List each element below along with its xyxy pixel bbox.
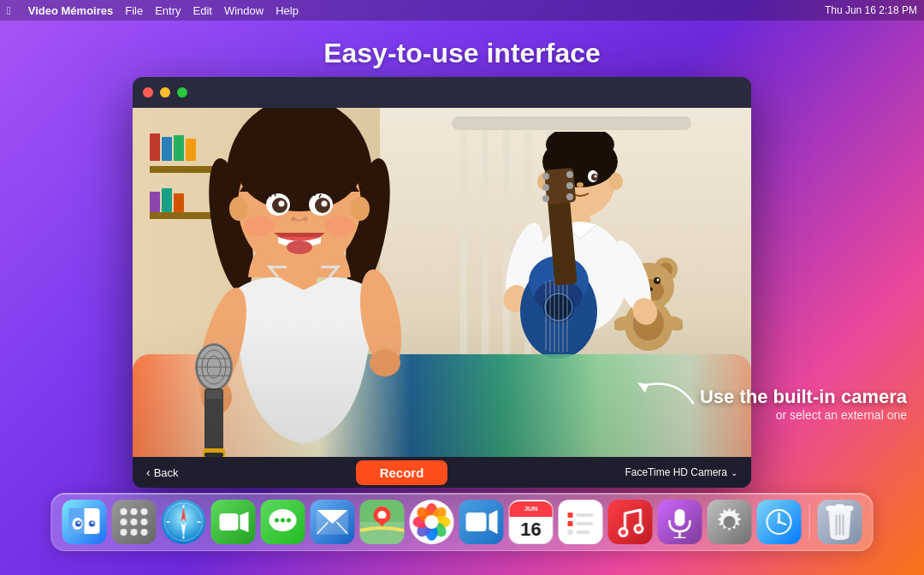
svg-rect-152 <box>577 513 594 517</box>
menubar-right: Thu Jun 16 2:18 PM <box>825 4 917 16</box>
menu-window[interactable]: Window <box>224 4 264 17</box>
svg-point-129 <box>287 519 291 523</box>
menu-edit[interactable]: Edit <box>193 4 212 17</box>
dock: JUN 16 <box>51 493 874 551</box>
svg-point-128 <box>281 519 285 523</box>
dock-item-messages[interactable] <box>261 500 305 544</box>
dock-item-music[interactable] <box>608 500 653 544</box>
svg-rect-161 <box>675 509 685 526</box>
close-button[interactable] <box>143 87 153 98</box>
app-name[interactable]: Video Mémoires <box>28 4 113 17</box>
svg-point-165 <box>724 516 736 528</box>
dock-item-photos[interactable] <box>410 500 454 544</box>
menu-file[interactable]: File <box>125 4 143 17</box>
svg-point-105 <box>92 522 94 525</box>
page-title: Easy-to-use interface <box>0 21 924 83</box>
svg-marker-124 <box>240 512 249 532</box>
svg-point-127 <box>275 519 279 523</box>
svg-point-106 <box>121 508 127 515</box>
dock-item-launchpad[interactable] <box>112 500 157 544</box>
menu-help[interactable]: Help <box>275 4 299 17</box>
dock-item-trash[interactable] <box>818 500 862 544</box>
dock-item-screentime[interactable] <box>757 500 802 544</box>
dock-item-zoom[interactable] <box>459 500 504 544</box>
svg-point-111 <box>141 519 148 525</box>
dock-item-system-settings[interactable] <box>708 500 752 544</box>
annotation-arrow <box>633 360 702 415</box>
record-button[interactable]: Record <box>356 460 448 485</box>
back-label: Back <box>154 466 179 479</box>
fullscreen-button[interactable] <box>177 87 187 98</box>
dock-item-reminders[interactable] <box>559 500 603 544</box>
title-bar <box>133 77 751 108</box>
dock-item-maps[interactable] <box>360 500 405 544</box>
svg-point-137 <box>378 511 387 519</box>
camera-label: FaceTime HD Camera <box>625 466 727 478</box>
svg-point-147 <box>425 515 439 529</box>
svg-point-108 <box>141 508 148 515</box>
svg-point-107 <box>131 508 138 515</box>
svg-marker-95 <box>637 382 649 393</box>
video-toolbar: ‹ Back Record FaceTime HD Camera ⌄ <box>133 457 751 488</box>
svg-point-113 <box>131 529 138 536</box>
svg-point-159 <box>621 530 626 535</box>
dock-divider <box>809 505 810 539</box>
svg-point-169 <box>778 520 781 524</box>
calendar-month: JUN <box>509 501 554 517</box>
svg-rect-154 <box>577 522 594 525</box>
camera-selector[interactable]: FaceTime HD Camera ⌄ <box>625 466 737 478</box>
svg-point-110 <box>131 519 138 525</box>
svg-rect-123 <box>220 513 239 531</box>
svg-rect-155 <box>568 530 573 535</box>
svg-point-114 <box>141 529 148 536</box>
svg-marker-149 <box>489 510 498 534</box>
svg-rect-151 <box>568 513 573 518</box>
dock-item-mail[interactable] <box>311 500 355 544</box>
back-button[interactable]: ‹ Back <box>146 465 179 479</box>
menu-clock: Thu Jun 16 2:18 PM <box>825 4 917 16</box>
apple-menu[interactable]:  <box>7 4 11 17</box>
svg-rect-153 <box>568 521 573 526</box>
svg-rect-148 <box>466 513 487 531</box>
svg-point-112 <box>121 529 127 536</box>
svg-point-104 <box>78 522 80 525</box>
svg-rect-171 <box>836 504 844 507</box>
dock-item-calendar[interactable]: JUN 16 <box>509 500 554 544</box>
dock-item-facetime[interactable] <box>211 500 256 544</box>
minimize-button[interactable] <box>160 87 170 98</box>
camera-annotation: Use the built-in camera or select an ext… <box>700 386 907 422</box>
svg-point-160 <box>637 526 642 531</box>
annotation-main-text: Use the built-in camera <box>700 386 907 408</box>
camera-chevron-icon: ⌄ <box>731 468 737 477</box>
dock-item-safari[interactable] <box>162 500 206 544</box>
menu-entry[interactable]: Entry <box>155 4 181 17</box>
calendar-date: 16 <box>520 517 541 543</box>
back-chevron-icon: ‹ <box>146 465 151 479</box>
app-window: ‹ Back Record FaceTime HD Camera ⌄ <box>133 77 751 488</box>
svg-rect-156 <box>577 531 590 534</box>
menubar-left:  Video Mémoires File Entry Edit Window … <box>7 4 825 17</box>
svg-point-109 <box>121 519 127 525</box>
annotation-sub-text: or select an external one <box>700 408 907 422</box>
menubar:  Video Mémoires File Entry Edit Window … <box>0 0 924 21</box>
dock-item-podcasts[interactable] <box>658 500 702 544</box>
annotation-container: Use the built-in camera or select an ext… <box>700 386 907 422</box>
desktop: Easy-to-use interface <box>0 21 924 554</box>
dock-item-finder[interactable] <box>62 500 107 544</box>
